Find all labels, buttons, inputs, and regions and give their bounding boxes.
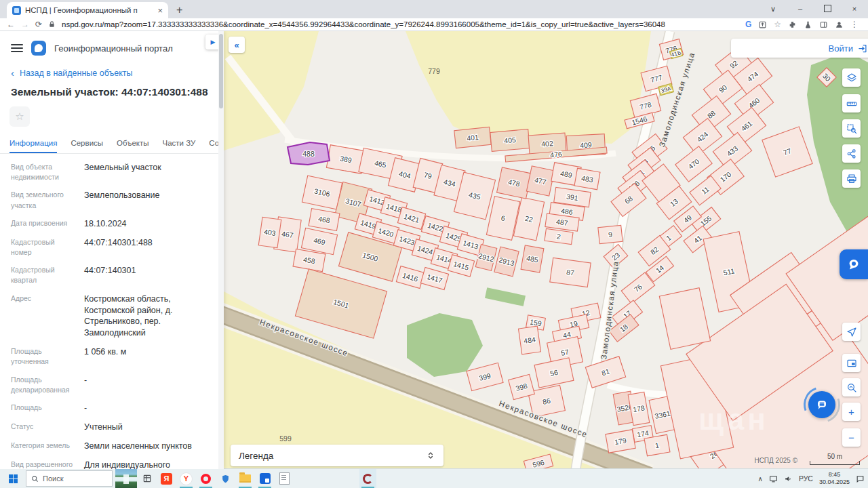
menu-hamburger-icon[interactable] bbox=[11, 44, 23, 52]
field-value: 44:07:140301 bbox=[84, 265, 214, 285]
blue-app-button[interactable] bbox=[256, 469, 273, 488]
hidden-icons-chevron[interactable]: ∧ bbox=[758, 475, 763, 483]
toolbar-actions: G ☆ ⋮ bbox=[745, 20, 861, 29]
opera-icon bbox=[201, 474, 211, 484]
window-close-icon[interactable]: × bbox=[841, 5, 868, 13]
browser-menu-icon[interactable]: ⋮ bbox=[850, 20, 859, 29]
map-parcel-87[interactable]: 87 bbox=[550, 258, 591, 287]
print-button[interactable] bbox=[842, 169, 861, 188]
minimap-icon bbox=[846, 358, 857, 369]
tab-Объекты[interactable]: Объекты bbox=[117, 134, 149, 153]
side-panel-icon[interactable] bbox=[819, 20, 828, 29]
svg-text:87: 87 bbox=[566, 268, 574, 277]
locate-button[interactable] bbox=[842, 323, 861, 341]
favorite-button[interactable]: ☆ bbox=[9, 106, 30, 127]
svg-text:402: 402 bbox=[541, 139, 553, 148]
yandex-app-button[interactable]: Я bbox=[158, 469, 175, 488]
area-select-button[interactable] bbox=[842, 119, 861, 138]
map-parcel-405[interactable]: 405 bbox=[490, 129, 530, 152]
browser-forward-icon[interactable]: → bbox=[21, 20, 29, 28]
layers-button[interactable] bbox=[842, 68, 861, 87]
back-to-results-link[interactable]: ‹ Назад в найденные объекты bbox=[0, 60, 224, 78]
share-page-icon[interactable] bbox=[758, 20, 767, 29]
nspd-widget-tab[interactable] bbox=[840, 249, 868, 279]
field-row: Вид разрешенного использованияДля индиви… bbox=[11, 460, 214, 469]
new-tab-button[interactable]: + bbox=[176, 5, 182, 16]
zoom-out-button[interactable]: − bbox=[842, 428, 861, 447]
browser-tabstrip: НСПД | Геоинформационный п × + ∨ – × bbox=[0, 0, 868, 18]
taskbar-clock[interactable]: 8:45 30.04.2025 bbox=[819, 471, 850, 487]
chat-button[interactable] bbox=[808, 391, 835, 418]
panel-scrollbar[interactable] bbox=[218, 31, 224, 469]
share-button[interactable] bbox=[842, 144, 861, 163]
field-value: Учтенный bbox=[84, 422, 214, 433]
map-parcel-1[interactable]: 1 bbox=[644, 434, 670, 456]
google-icon[interactable]: G bbox=[745, 20, 751, 29]
map-parcel-477[interactable]: 477 bbox=[526, 166, 554, 196]
taskbar-search-input[interactable]: Поиск bbox=[26, 470, 113, 487]
browser-back-icon[interactable]: ← bbox=[7, 20, 15, 28]
search-area-icon bbox=[846, 382, 857, 393]
volume-icon[interactable] bbox=[784, 474, 793, 483]
notepad-button[interactable] bbox=[276, 469, 293, 488]
favorite-star-icon: ☆ bbox=[15, 110, 24, 123]
panel-collapse-button[interactable]: « bbox=[229, 37, 245, 53]
tab-search-icon[interactable]: ∨ bbox=[760, 5, 787, 14]
window-minimize-icon[interactable]: – bbox=[787, 5, 814, 13]
browser-reload-icon[interactable]: ⟳ bbox=[35, 20, 42, 28]
map-parcel-401[interactable]: 401 bbox=[454, 127, 491, 148]
start-button[interactable] bbox=[0, 469, 26, 488]
address-bar[interactable]: nspd.gov.ru/map?zoom=17.333333333333336&… bbox=[62, 20, 739, 28]
windows-taskbar: Поиск Я Y ∧ РУС 8:45 30.04.2025 bbox=[0, 468, 868, 488]
search-placeholder: Поиск bbox=[43, 474, 63, 483]
tab-Сервисы[interactable]: Сервисы bbox=[71, 134, 103, 153]
map-parcel-485[interactable]: 485 bbox=[521, 245, 544, 272]
field-label: Категория земель bbox=[11, 441, 77, 452]
task-view-button[interactable] bbox=[138, 469, 155, 488]
map-parcel-selected-488[interactable]: 488 bbox=[288, 142, 330, 165]
chromium-browser-button[interactable] bbox=[359, 469, 376, 488]
field-value: - bbox=[84, 403, 214, 414]
window-maximize-icon[interactable] bbox=[814, 5, 841, 14]
map-parcel-483[interactable]: 483 bbox=[574, 168, 600, 190]
minimap-button[interactable] bbox=[842, 354, 861, 372]
yandex-icon: Я bbox=[161, 473, 172, 485]
login-bar[interactable]: Войти bbox=[731, 39, 868, 58]
flask-icon[interactable] bbox=[804, 20, 812, 29]
extensions-puzzle-icon[interactable] bbox=[788, 20, 797, 29]
map-parcel-484[interactable]: 484 bbox=[518, 326, 540, 354]
search-icon bbox=[31, 475, 39, 483]
map-canvas[interactable]: 4014054024094763894654047943443531063107… bbox=[224, 31, 868, 469]
clock-time: 8:45 bbox=[829, 471, 841, 478]
field-label: Дата присвоения bbox=[11, 218, 77, 230]
opera-button[interactable] bbox=[197, 469, 214, 488]
notifications-icon[interactable] bbox=[856, 474, 865, 483]
file-explorer-button[interactable] bbox=[237, 469, 254, 488]
locate-icon bbox=[846, 327, 857, 338]
language-indicator[interactable]: РУС bbox=[799, 474, 813, 483]
tab-Части ЗУ[interactable]: Части ЗУ bbox=[163, 134, 196, 153]
map-parcel-9[interactable]: 9 bbox=[598, 225, 623, 243]
map-parcel-403[interactable]: 403 bbox=[258, 217, 281, 247]
profile-avatar-icon[interactable] bbox=[835, 20, 844, 29]
network-icon[interactable] bbox=[769, 474, 778, 483]
bookmark-star-icon[interactable]: ☆ bbox=[774, 20, 781, 29]
map-scale: 50 m bbox=[810, 453, 860, 465]
scale-label: 50 m bbox=[827, 453, 842, 460]
field-row: Вид объекта недвижимостиЗемельный участо… bbox=[11, 162, 214, 182]
widgets-weather-thumbnail[interactable] bbox=[115, 469, 137, 488]
map-attribution: НСПД 2025 © bbox=[754, 457, 797, 464]
zoom-in-button[interactable]: + bbox=[842, 403, 861, 421]
measure-button[interactable] bbox=[842, 94, 861, 113]
legend-dropdown[interactable]: Легенда bbox=[231, 445, 443, 466]
field-label: Статус bbox=[11, 422, 77, 433]
yandex-browser-button[interactable]: Y bbox=[178, 469, 195, 488]
tab-Информация[interactable]: Информация bbox=[9, 134, 57, 153]
search-area-button[interactable] bbox=[842, 378, 861, 396]
defender-button[interactable] bbox=[217, 469, 234, 488]
field-label: Площадь декларированная bbox=[11, 375, 77, 395]
tab-close-icon[interactable]: × bbox=[157, 6, 163, 15]
panel-tabs: ИнформацияСервисыОбъектыЧасти ЗУСостав bbox=[0, 134, 224, 154]
browser-tab[interactable]: НСПД | Геоинформационный п × bbox=[7, 2, 168, 18]
field-row: Вид земельного участкаЗемлепользование bbox=[11, 190, 214, 210]
